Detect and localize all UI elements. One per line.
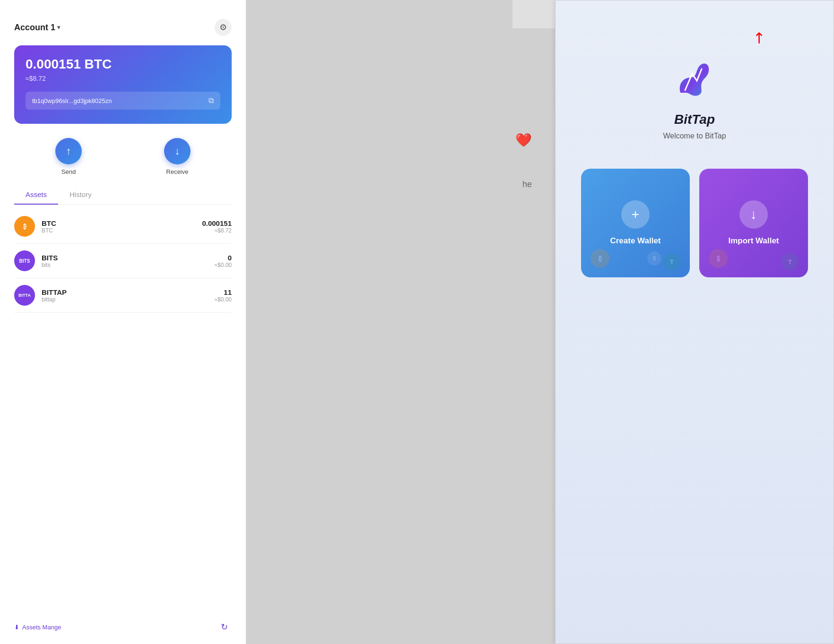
address-bar: tb1q0wp96slr...gd3jpk8025zn ⧉: [26, 92, 220, 110]
btc-symbol: BTC: [42, 219, 195, 227]
tab-assets[interactable]: Assets: [14, 185, 58, 204]
bits-name: bits: [42, 262, 208, 268]
create-card-t-deco: T: [663, 253, 680, 270]
heart-icon: ❤️: [515, 132, 532, 148]
import-wallet-icon: ↓: [739, 200, 768, 229]
wallet-panel: Account 1 ▾ ⚙ 0.000151 BTC ≈$8.72 tb1q0w…: [0, 0, 246, 644]
create-wallet-label: Create Wallet: [610, 236, 660, 246]
assets-manage-button[interactable]: ⬇ Assets Mange: [14, 624, 61, 631]
bittap-welcome-panel: ↗ BitTap Welcome to BitTap + Create Wall…: [555, 0, 834, 644]
send-button[interactable]: ↑: [55, 138, 82, 164]
bits-usd: ≈$0.00: [214, 262, 232, 268]
bittap-icon: BITTA: [14, 285, 35, 306]
bittap-usd: ≈$0.00: [214, 296, 232, 303]
manage-icon: ⬇: [14, 624, 19, 631]
btc-usd: ≈$8.72: [202, 227, 232, 234]
wallet-cards: + Create Wallet ₿ T $ ↓ Import Wallet ₿ …: [567, 169, 822, 277]
btc-name: BTC: [42, 227, 195, 234]
bits-value: 0 ≈$0.00: [214, 254, 232, 268]
bittap-logo-svg: [671, 57, 718, 104]
balance-usd: ≈$8.72: [26, 75, 220, 82]
red-arrow-indicator: ↗: [748, 27, 770, 49]
bittap-welcome-text: Welcome to BitTap: [663, 132, 726, 140]
balance-amount: 0.000151 BTC: [26, 57, 220, 72]
asset-item-bittap[interactable]: BITTA BITTAP bittap 11 ≈$0.00: [14, 278, 232, 313]
btc-icon: ₿: [14, 216, 35, 237]
bits-amount: 0: [214, 254, 232, 262]
send-label: Send: [61, 168, 76, 175]
import-card-t-deco: T: [782, 253, 799, 270]
bittap-brand-title: BitTap: [674, 112, 715, 127]
receive-group: ↓ Receive: [164, 138, 191, 175]
import-card-btc-deco: ₿: [709, 249, 728, 268]
balance-card: 0.000151 BTC ≈$8.72 tb1q0wp96slr...gd3jp…: [14, 45, 232, 124]
asset-item-bits[interactable]: BITS BITS bits 0 ≈$0.00: [14, 244, 232, 278]
create-wallet-icon: +: [621, 200, 650, 229]
bittap-value: 11 ≈$0.00: [214, 288, 232, 303]
asset-tabs: Assets History: [14, 185, 232, 205]
copy-address-button[interactable]: ⧉: [208, 96, 214, 105]
bittap-info: BITTAP bittap: [42, 288, 208, 303]
bits-info: BITS bits: [42, 254, 208, 268]
bittap-name: bittap: [42, 296, 208, 303]
import-wallet-card[interactable]: ↓ Import Wallet ₿ T: [699, 169, 808, 277]
asset-list: ₿ BTC BTC 0.000151 ≈$8.72 BITS BITS bits…: [14, 209, 232, 614]
bits-icon: BITS: [14, 250, 35, 271]
bittap-symbol: BITTAP: [42, 288, 208, 296]
create-wallet-card[interactable]: + Create Wallet ₿ T $: [581, 169, 690, 277]
action-buttons: ↑ Send ↓ Receive: [14, 138, 232, 175]
btc-info: BTC BTC: [42, 219, 195, 234]
account-header: Account 1 ▾ ⚙: [14, 19, 232, 36]
receive-button[interactable]: ↓: [164, 138, 191, 164]
wallet-address: tb1q0wp96slr...gd3jpk8025zn: [32, 97, 112, 104]
tab-history[interactable]: History: [58, 185, 103, 204]
send-group: ↑ Send: [55, 138, 82, 175]
account-name: Account 1: [14, 23, 55, 33]
refresh-button[interactable]: ↻: [217, 619, 232, 635]
btc-amount: 0.000151: [202, 219, 232, 227]
settings-button[interactable]: ⚙: [215, 19, 232, 36]
manage-label: Assets Mange: [22, 624, 61, 631]
assets-footer: ⬇ Assets Mange ↻: [14, 614, 232, 635]
account-title[interactable]: Account 1 ▾: [14, 23, 60, 33]
btc-value: 0.000151 ≈$8.72: [202, 219, 232, 234]
partial-text: he: [522, 180, 532, 189]
bits-symbol: BITS: [42, 254, 208, 262]
asset-item-btc[interactable]: ₿ BTC BTC 0.000151 ≈$8.72: [14, 209, 232, 244]
import-wallet-label: Import Wallet: [728, 236, 779, 246]
account-dropdown-icon: ▾: [57, 24, 60, 31]
create-card-btc-deco: ₿: [591, 249, 609, 268]
bittap-amount: 11: [214, 288, 232, 296]
receive-label: Receive: [166, 168, 189, 175]
create-card-s-deco: $: [647, 251, 661, 266]
